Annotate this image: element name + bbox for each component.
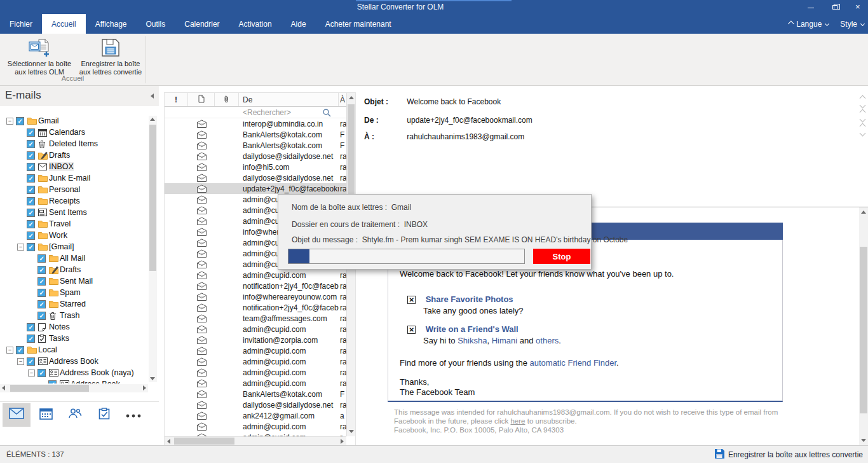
folder-checkbox[interactable] [27, 232, 35, 240]
more-views-button[interactable] [119, 403, 147, 427]
style-dropdown-icon[interactable] [860, 22, 865, 26]
tree-item-work[interactable]: Work [0, 230, 148, 241]
tree-item-inbox[interactable]: INBOX [0, 161, 148, 172]
tree-item-tasks[interactable]: Tasks [0, 333, 148, 344]
tree-item-calendars[interactable]: Calendars [0, 127, 148, 138]
tree-item-junk-e-mail[interactable]: Junk E-mail [0, 172, 148, 184]
close-button[interactable]: × [855, 3, 863, 11]
mail-row[interactable]: ank2412@gmail.coma [165, 410, 346, 421]
tree-item-starred[interactable]: Starred [0, 298, 148, 310]
tree-item-personal[interactable]: Personal [0, 184, 148, 195]
expander-icon[interactable]: − [28, 370, 35, 377]
header-scroll-arrows[interactable] [860, 96, 865, 135]
mail-row[interactable]: admin@cupid.comr [165, 432, 346, 436]
tree-item-drafts[interactable]: Drafts [0, 264, 148, 275]
search-input[interactable]: <Rechercher> [243, 108, 291, 117]
mail-row[interactable]: dailydose@sidailydose.netra [165, 399, 346, 410]
menu-item-calendrier[interactable]: Calendrier [175, 14, 229, 34]
calendar-view-button[interactable] [32, 403, 60, 427]
mail-row[interactable]: BankAlerts@kotak.comF [165, 140, 346, 151]
mail-row[interactable]: info@whereareyounow.comra [165, 291, 346, 302]
menu-item-fichier[interactable]: Fichier [0, 14, 42, 34]
mail-row[interactable]: update+2jy4_f0c@facebookm...ra [165, 183, 346, 194]
mail-row[interactable]: team@affmessages.comra [165, 313, 346, 324]
mail-row[interactable]: invitation@zorpia.comra [165, 335, 346, 345]
write-wall-link[interactable]: Write on a Friend's Wall [426, 324, 519, 334]
folder-checkbox[interactable] [48, 380, 57, 384]
menu-item-outils[interactable]: Outils [137, 14, 175, 34]
expander-icon[interactable]: − [17, 358, 24, 365]
tree-item-deleted-items[interactable]: Deleted Items [0, 138, 148, 149]
folder-checkbox[interactable] [27, 128, 35, 137]
tree-item-sent-items[interactable]: Sent Items [0, 207, 148, 218]
collapse-ribbon-icon[interactable] [788, 21, 794, 27]
folder-checkbox[interactable] [27, 209, 35, 217]
menu-item-activation[interactable]: Activation [229, 14, 281, 34]
save-converted-status-button[interactable]: Enregistrer la boîte aux lettres convert… [714, 448, 863, 460]
folder-checkbox[interactable] [16, 117, 24, 125]
mail-row[interactable]: admin@cupid.comra [165, 421, 346, 432]
menu-item-accueil[interactable]: Accueil [42, 14, 86, 34]
from-column-header[interactable]: De [239, 93, 339, 106]
tree-item-gmail[interactable]: −Gmail [0, 115, 148, 127]
friend-finder-link[interactable]: automatic Friend Finder [530, 358, 617, 368]
folder-checkbox[interactable] [27, 186, 35, 194]
folder-checkbox[interactable] [37, 369, 46, 377]
expander-icon[interactable]: − [6, 347, 13, 354]
priority-column-header[interactable]: ! [165, 93, 188, 106]
restore-button[interactable] [831, 3, 839, 11]
search-row[interactable]: <Rechercher> [165, 107, 346, 118]
tree-item-address-book-naya-[interactable]: −Address Book (naya) [0, 367, 148, 378]
to-column-header[interactable]: À [339, 93, 346, 106]
tree-item-spam[interactable]: Spam [0, 287, 148, 298]
mail-row[interactable]: BankAlerts@kotak.comF [165, 389, 346, 399]
folder-checkbox[interactable] [37, 289, 46, 297]
folder-checkbox[interactable] [27, 243, 35, 251]
tree-item--gmail-[interactable]: −[Gmail] [0, 241, 148, 252]
folder-checkbox[interactable] [16, 346, 24, 354]
tree-item-all-mail[interactable]: All Mail [0, 252, 148, 264]
mail-row[interactable]: notification+2jy4_f0c@facebo...ra [165, 302, 346, 313]
folder-checkbox[interactable] [37, 300, 46, 308]
attachment-column-header[interactable] [215, 93, 239, 106]
folder-checkbox[interactable] [37, 277, 46, 286]
unsubscribe-link[interactable]: here [510, 417, 525, 425]
document-column-header[interactable] [188, 93, 215, 106]
mail-row[interactable]: dailydose@sidailydose.netra [165, 151, 346, 162]
folder-checkbox[interactable] [27, 323, 35, 331]
tree-item-notes[interactable]: Notes [0, 321, 148, 333]
menu-item-acheter-maintenant[interactable]: Acheter maintenant [316, 14, 401, 34]
select-olm-mailbox-button[interactable]: Sélectionner la boîte aux lettres OLM [4, 36, 75, 77]
expander-icon[interactable]: − [17, 244, 24, 251]
language-menu[interactable]: Langue [796, 20, 822, 29]
stop-button[interactable]: Stop [533, 249, 590, 264]
mail-row[interactable]: admin@cupid.comra [165, 345, 346, 356]
language-dropdown-icon[interactable] [825, 22, 829, 26]
others-link[interactable]: others [536, 336, 559, 345]
tree-item-receipts[interactable]: Receipts [0, 195, 148, 207]
folder-checkbox[interactable] [37, 254, 46, 263]
tree-item-sent-mail[interactable]: Sent Mail [0, 275, 148, 287]
folder-checkbox[interactable] [27, 335, 35, 343]
contacts-view-button[interactable] [61, 403, 89, 427]
tree-vertical-scrollbar[interactable] [149, 116, 157, 382]
save-converted-mailbox-button[interactable]: Enregistrer la boîte aux lettres convert… [78, 36, 144, 77]
expander-icon[interactable]: − [6, 118, 13, 125]
tasks-view-button[interactable] [90, 403, 118, 427]
collapse-sidebar-icon[interactable] [151, 93, 154, 99]
body-vertical-scrollbar[interactable] [859, 207, 868, 445]
list-horizontal-scrollbar[interactable] [165, 436, 346, 445]
style-menu[interactable]: Style [840, 20, 857, 29]
minimize-button[interactable] [807, 3, 815, 11]
mail-row[interactable]: admin@cupid.comra [165, 356, 346, 367]
tree-item-address-book[interactable]: −Address Book [0, 356, 148, 367]
mail-row[interactable]: admin@cupid.comra [165, 324, 346, 335]
menu-item-aide[interactable]: Aide [281, 14, 316, 34]
tree-horizontal-scrollbar[interactable] [0, 384, 148, 392]
tree-item-travel[interactable]: Travel [0, 218, 148, 230]
folder-checkbox[interactable] [27, 174, 35, 183]
mail-row[interactable]: BankAlerts@kotak.comF [165, 129, 346, 140]
mail-view-button[interactable] [3, 403, 31, 427]
mail-row[interactable]: admin@cupid.comra [165, 367, 346, 378]
tree-item-trash[interactable]: Trash [0, 310, 148, 321]
